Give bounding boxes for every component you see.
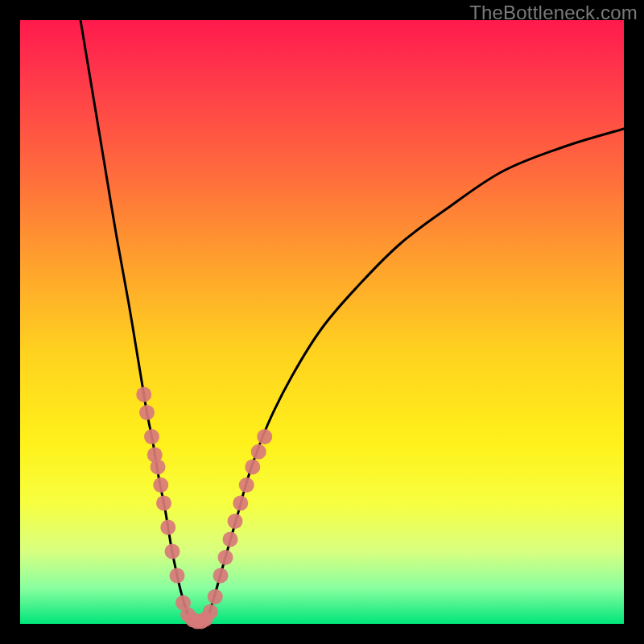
data-marker xyxy=(251,444,266,460)
data-marker xyxy=(144,429,159,444)
data-marker xyxy=(160,520,175,535)
data-marker xyxy=(257,429,272,444)
data-marker xyxy=(213,568,229,584)
data-marker xyxy=(165,544,180,559)
data-marker xyxy=(233,496,248,511)
bottleneck-curve xyxy=(80,20,624,625)
data-marker xyxy=(136,387,151,402)
data-marker xyxy=(156,496,171,511)
plot-area xyxy=(20,20,624,624)
data-marker xyxy=(245,460,260,475)
data-marker xyxy=(228,514,243,529)
data-marker xyxy=(218,550,233,565)
chart-frame: TheBottleneck.com xyxy=(0,0,644,644)
data-marker xyxy=(151,460,166,475)
chart-svg xyxy=(20,20,624,624)
watermark-text: TheBottleneck.com xyxy=(469,2,638,24)
data-marker xyxy=(239,477,254,493)
data-marker xyxy=(170,568,185,584)
data-marker xyxy=(153,477,168,493)
data-marker xyxy=(223,532,238,547)
marker-group xyxy=(136,387,272,630)
data-marker xyxy=(208,589,223,605)
data-marker xyxy=(139,405,155,420)
data-marker xyxy=(203,605,218,620)
